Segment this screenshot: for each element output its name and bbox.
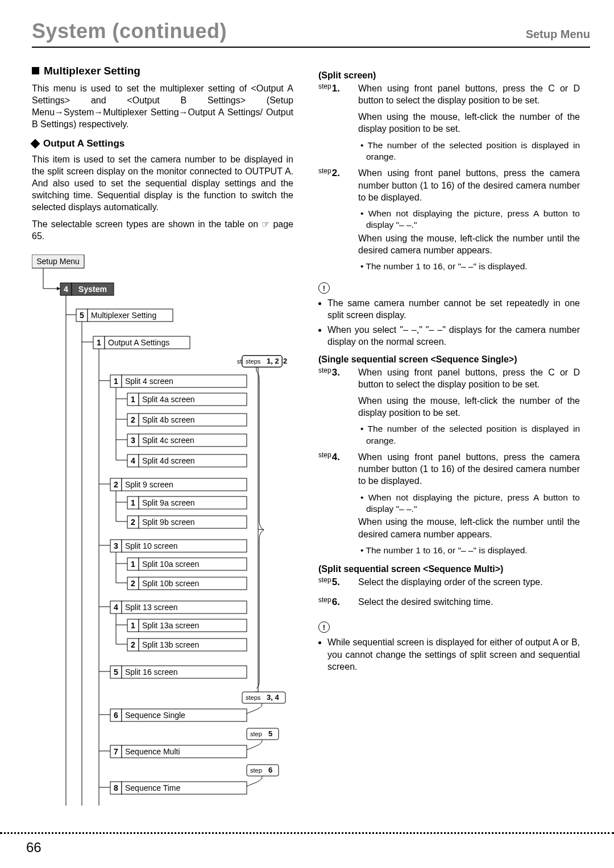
caution-list-2: While sequential screen is displayed for… (318, 636, 580, 672)
footer-divider (0, 832, 614, 834)
svg-text:3: 3 (114, 541, 118, 550)
subheading: Output A Settings (32, 137, 293, 150)
subheading-text: Output A Settings (43, 137, 125, 150)
page-number: 66 (26, 840, 42, 856)
svg-text:2: 2 (131, 518, 135, 527)
page-header: System (continued) Setup Menu (32, 19, 590, 48)
svg-text:Split 9a screen: Split 9a screen (142, 498, 195, 507)
svg-text:5: 5 (268, 729, 272, 738)
svg-text:Split 16 screen: Split 16 screen (125, 667, 178, 677)
svg-text:Split 4 screen: Split 4 screen (125, 377, 173, 386)
section-heading: Multiplexer Setting (32, 64, 293, 78)
svg-text:2: 2 (114, 480, 118, 489)
svg-text:Sequence Multi: Sequence Multi (125, 747, 180, 756)
svg-text:4: 4 (114, 603, 118, 612)
intro-text: This menu is used to set the multiplexer… (32, 82, 293, 130)
page-subtitle: Setup Menu (526, 28, 590, 41)
svg-text:Split 13a screen: Split 13a screen (142, 621, 199, 630)
svg-text:4: 4 (131, 456, 135, 465)
svg-text:Split 9b screen: Split 9b screen (142, 518, 195, 527)
svg-text:Split 10b screen: Split 10b screen (142, 579, 199, 588)
left-column: Multiplexer Setting This menu is used to… (32, 64, 293, 808)
svg-text:step: step (250, 731, 262, 737)
svg-text:1: 1 (97, 338, 101, 347)
svg-text:8: 8 (114, 783, 118, 792)
svg-text:Split 13b screen: Split 13b screen (142, 640, 199, 649)
caution-icon: ! (318, 282, 330, 294)
caution-list-1: The same camera number cannot be set rep… (318, 297, 580, 347)
svg-text:1, 2: 1, 2 (267, 357, 279, 365)
step-5: step5. Select the displaying order of th… (318, 576, 580, 592)
svg-text:Split 10 screen: Split 10 screen (125, 541, 178, 550)
svg-text:2: 2 (131, 640, 135, 649)
svg-text:6: 6 (114, 711, 118, 720)
svg-text:Split 9 screen: Split 9 screen (125, 480, 173, 489)
step-2: step2. When using front panel buttons, p… (318, 167, 580, 273)
svg-marker-4 (57, 287, 60, 290)
svg-text:Setup Menu: Setup Menu (36, 257, 80, 266)
svg-text:4: 4 (64, 285, 68, 294)
svg-text:3, 4: 3, 4 (267, 693, 279, 702)
svg-text:Multiplexer Setting: Multiplexer Setting (91, 311, 156, 320)
menu-tree: Setup Menu 4 System 5 Multiplexer Se (32, 254, 293, 808)
pointer-icon: ☞ (262, 219, 269, 229)
square-bullet-icon (32, 67, 39, 74)
step-4: step4. When using front panel buttons, p… (318, 451, 580, 557)
output-a-desc: This item is used to set the camera numb… (32, 153, 293, 214)
svg-text:Split 10a screen: Split 10a screen (142, 560, 199, 569)
svg-text:6: 6 (268, 766, 272, 774)
svg-text:1: 1 (131, 498, 135, 507)
svg-text:Sequence Time: Sequence Time (125, 783, 180, 792)
svg-text:steps: steps (246, 358, 261, 365)
svg-text:System: System (78, 285, 107, 294)
step-6: step6. Select the desired switching time… (318, 596, 580, 612)
svg-text:Sequence Single: Sequence Single (125, 711, 185, 720)
svg-text:2: 2 (131, 415, 135, 424)
diamond-bullet-icon (31, 139, 40, 148)
svg-text:Split 4c screen: Split 4c screen (142, 436, 194, 445)
svg-text:steps: steps (246, 694, 261, 701)
table-ref: The selectable screen types are shown in… (32, 218, 293, 242)
split-seq-heading: (Split sequential screen <Sequence Multi… (318, 563, 580, 575)
split-screen-heading: (Split screen) (318, 69, 580, 81)
svg-text:2: 2 (131, 579, 135, 588)
svg-text:Split 4a screen: Split 4a screen (142, 395, 195, 404)
svg-text:Output A Settings: Output A Settings (108, 338, 169, 347)
svg-text:Split 4b screen: Split 4b screen (142, 415, 195, 424)
step-1: step1. When using front panel buttons, p… (318, 82, 580, 164)
svg-text:5: 5 (80, 311, 84, 320)
svg-text:step: step (250, 767, 262, 774)
svg-text:Split 13 screen: Split 13 screen (125, 603, 178, 612)
svg-text:1: 1 (131, 560, 135, 569)
right-column: (Split screen) step1. When using front p… (318, 64, 580, 808)
single-seq-heading: (Single sequential screen <Sequence Sing… (318, 353, 580, 365)
page-title: System (continued) (32, 19, 227, 43)
svg-text:5: 5 (114, 667, 118, 677)
step-3: step3. When using front panel buttons, p… (318, 366, 580, 448)
svg-text:1: 1 (131, 395, 135, 404)
svg-text:3: 3 (131, 436, 135, 445)
section-heading-text: Multiplexer Setting (44, 64, 140, 78)
svg-text:1: 1 (114, 377, 118, 386)
svg-text:1: 1 (131, 621, 135, 630)
svg-text:Split 4d screen: Split 4d screen (142, 456, 195, 465)
svg-text:7: 7 (114, 747, 118, 756)
caution-icon: ! (318, 621, 330, 633)
